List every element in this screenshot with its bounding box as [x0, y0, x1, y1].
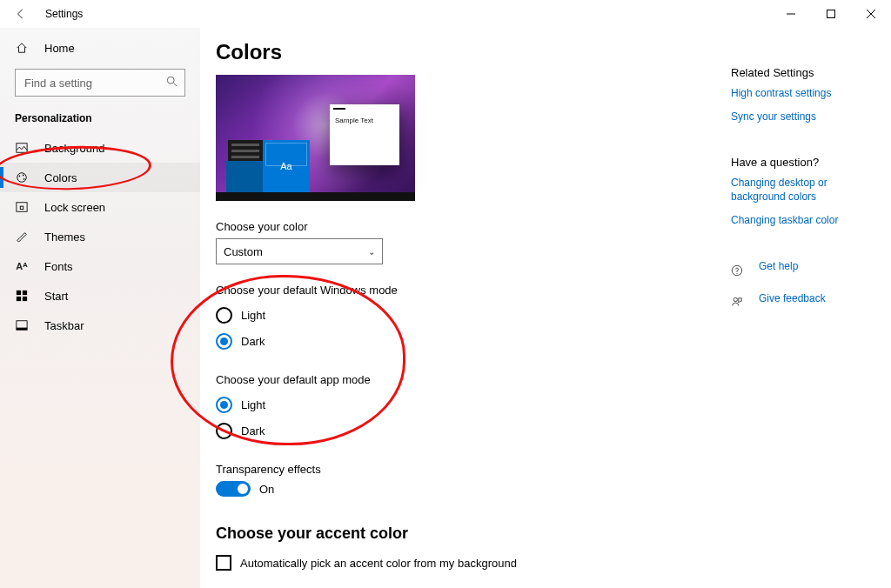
- link-change-taskbar-color[interactable]: Changing taskbar color: [731, 213, 879, 228]
- radio-label: Dark: [241, 424, 265, 438]
- svg-point-8: [19, 175, 21, 177]
- svg-rect-15: [17, 297, 21, 301]
- nav-label: Start: [44, 290, 68, 303]
- radio-label: Light: [241, 398, 265, 411]
- chevron-down-icon: ⌄: [368, 247, 375, 257]
- rail-heading: Have a question?: [731, 156, 879, 169]
- link-high-contrast[interactable]: High contrast settings: [731, 86, 879, 101]
- nav-background[interactable]: Background: [0, 133, 200, 163]
- home-label: Home: [44, 42, 75, 55]
- nav-taskbar[interactable]: Taskbar: [0, 311, 200, 340]
- preview-thumbnail: Aa Sample Text: [216, 75, 415, 201]
- choose-color-combo[interactable]: Custom ⌄: [216, 238, 383, 264]
- radio-label: Dark: [241, 335, 265, 348]
- svg-point-7: [17, 173, 27, 183]
- radio-icon: [216, 307, 232, 324]
- picture-icon: [15, 142, 29, 154]
- svg-rect-16: [23, 297, 27, 301]
- home-icon: [15, 42, 29, 54]
- brush-icon: [15, 231, 29, 243]
- lock-icon: [15, 201, 29, 213]
- nav-colors[interactable]: Colors: [0, 163, 200, 192]
- palette-icon: [15, 171, 29, 184]
- get-help-row[interactable]: Get help: [731, 259, 879, 283]
- nav-fonts[interactable]: AA Fonts: [0, 251, 200, 281]
- transparency-label: Transparency effects: [216, 463, 891, 476]
- svg-point-20: [736, 273, 737, 274]
- maximize-button[interactable]: [811, 0, 851, 28]
- right-rail: Related Settings High contrast settings …: [731, 52, 879, 324]
- nav-label: Colors: [44, 171, 77, 184]
- svg-rect-1: [827, 10, 835, 18]
- window-title: Settings: [42, 8, 83, 20]
- home-nav[interactable]: Home: [0, 33, 200, 63]
- checkbox-icon: [216, 555, 231, 571]
- title-bar: Settings: [0, 0, 891, 28]
- link-change-desktop-colors[interactable]: Changing desktop or background colors: [731, 176, 879, 205]
- radio-icon: [216, 423, 232, 439]
- search-wrap: [15, 69, 185, 97]
- rail-heading: Related Settings: [731, 66, 879, 79]
- minimize-button[interactable]: [771, 0, 811, 28]
- svg-rect-12: [20, 206, 23, 210]
- app-mode-dark[interactable]: Dark: [216, 418, 891, 444]
- help-icon: [731, 264, 745, 277]
- link-get-help[interactable]: Get help: [759, 259, 798, 274]
- nav-label: Lock screen: [44, 201, 105, 214]
- font-icon: AA: [15, 261, 29, 271]
- transparency-toggle[interactable]: [216, 481, 251, 497]
- link-sync-settings[interactable]: Sync your settings: [731, 110, 879, 124]
- svg-point-21: [734, 297, 737, 301]
- svg-point-9: [23, 175, 24, 177]
- nav-themes[interactable]: Themes: [0, 222, 200, 251]
- transparency-state: On: [259, 483, 274, 496]
- close-button[interactable]: [851, 0, 891, 28]
- give-feedback-row[interactable]: Give feedback: [731, 291, 879, 315]
- svg-point-10: [23, 178, 25, 180]
- svg-rect-13: [17, 291, 21, 295]
- sidebar: Home Personalization Background Colors L…: [0, 28, 200, 588]
- preview-tile: Aa: [263, 140, 310, 192]
- taskbar-icon: [15, 319, 29, 331]
- start-icon: [15, 290, 29, 302]
- nav-label: Fonts: [44, 260, 73, 273]
- section-label: Personalization: [0, 102, 200, 133]
- nav-label: Themes: [44, 231, 85, 244]
- search-input[interactable]: [15, 69, 185, 97]
- svg-rect-14: [23, 291, 27, 295]
- auto-accent-label: Automatically pick an accent color from …: [240, 557, 517, 570]
- back-button[interactable]: [0, 0, 42, 28]
- svg-rect-11: [17, 203, 27, 212]
- preview-window: Sample Text: [330, 104, 399, 165]
- choose-color-value: Custom: [224, 245, 263, 258]
- app-mode-light[interactable]: Light: [216, 391, 891, 418]
- preview-sample-text: Sample Text: [330, 113, 399, 128]
- app-mode-label: Choose your default app mode: [216, 373, 891, 386]
- nav-label: Taskbar: [44, 319, 84, 332]
- radio-label: Light: [241, 309, 265, 322]
- windows-mode-dark[interactable]: Dark: [216, 328, 891, 354]
- radio-icon: [216, 397, 232, 413]
- feedback-icon: [731, 297, 745, 309]
- link-give-feedback[interactable]: Give feedback: [759, 291, 826, 306]
- nav-label: Background: [44, 142, 104, 155]
- nav-lockscreen[interactable]: Lock screen: [0, 192, 200, 222]
- svg-rect-18: [17, 328, 27, 331]
- auto-accent-checkbox-row[interactable]: Automatically pick an accent color from …: [216, 555, 891, 571]
- nav-start[interactable]: Start: [0, 281, 200, 311]
- radio-icon: [216, 333, 232, 350]
- accent-heading: Choose your accent color: [216, 525, 891, 543]
